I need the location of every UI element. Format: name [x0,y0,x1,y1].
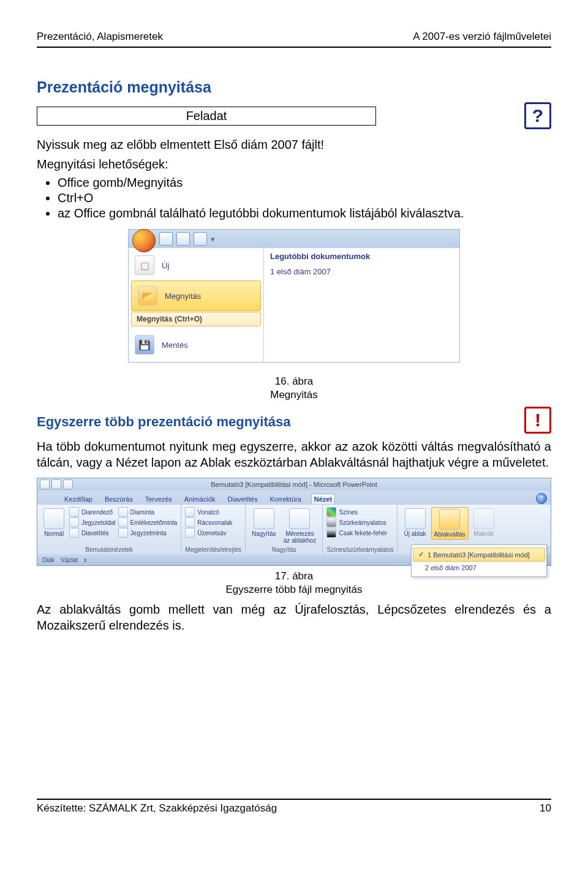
tab-slides[interactable]: Diák [42,557,55,563]
button-label: Jegyzetoldal [81,519,116,526]
button-label: Jegyzetminta [130,530,167,536]
button-label: Szürkeárnyalatos [339,519,386,526]
menu-item-label: Új [162,261,169,270]
check-icon: ✓ [418,551,424,559]
notes-page-button[interactable]: Jegyzetoldal [69,518,116,527]
normal-view-icon [43,508,64,529]
blackwhite-icon [326,528,336,538]
office-menu-right: Legutóbbi dokumentumok 1 első diám 2007 [264,248,459,362]
button-label: Diavetítés [81,530,108,536]
list-item: Ctrl+O [58,191,551,205]
qat-redo-icon[interactable] [63,480,73,489]
color-icon [326,507,336,517]
feladat-box: Feladat [37,107,376,126]
figure-number: 16. ábra [275,375,313,387]
fit-window-button[interactable]: Méretezés az ablakhoz [281,507,318,545]
window-titlebar: Bemutató3 [Kompatibilitási mód] - Micros… [37,478,551,491]
screenshot-ribbon: Bemutató3 [Kompatibilitási mód] - Micros… [37,478,551,566]
list-item: Office gomb/Megnyitás [58,176,551,190]
section3-para: Az ablakváltás gomb mellett van még az Ú… [37,601,551,633]
zoom-button[interactable]: Nagyítás [249,507,278,538]
button-label: Rácsvonalak [197,519,232,526]
color-button[interactable]: Színes [326,507,387,517]
switch-window-button[interactable]: Ablakváltás [431,507,469,540]
checkbox-icon [185,528,195,538]
tab-insert[interactable]: Beszúrás [102,494,135,504]
section2-para: Ha több dokumentumot nyitunk meg egyszer… [37,439,551,470]
quick-access-toolbar: ▾ [129,230,459,248]
slideshow-button[interactable]: Diavetítés [69,528,116,538]
section1-sub: Megnyitási lehetőségek: [37,156,551,172]
screenshot-office-menu: ▾ ▢ Új 📂 Megnyitás Megnyitás (Ctrl+O) 💾 … [128,229,460,363]
page-footer: Készítette: SZÁMALK Zrt, Szakképzési Iga… [37,799,551,815]
slide-sorter-icon [69,507,79,517]
handout-master-button[interactable]: Emlékezetőminta [118,518,178,527]
menu-item-new[interactable]: ▢ Új [129,250,263,280]
ribbon-group-showhide: Vonalzó Rácsvonalak Üzenetsáv Megjelenít… [181,505,246,554]
grayscale-icon [326,518,336,527]
button-label: Új ablak [404,530,426,537]
slideshow-icon [69,528,79,538]
normal-view-button[interactable]: Normál [41,507,67,538]
grayscale-button[interactable]: Szürkeárnyalatos [326,518,387,527]
tab-design[interactable]: Tervezés [143,494,175,504]
ruler-check[interactable]: Vonalzó [185,507,232,517]
section1-title: Prezentáció megnyitása [37,78,551,96]
section1-bullets: Office gomb/Megnyitás Ctrl+O az Office g… [37,176,551,220]
blackwhite-button[interactable]: Csak fekete-fehér [326,528,387,538]
page-header: Prezentáció, Alapismeretek A 2007-es ver… [37,31,551,43]
qat-save-icon[interactable] [159,232,173,246]
messagebar-check[interactable]: Üzenetsáv [185,528,232,538]
button-label: Ablakváltás [434,531,466,538]
button-label: Normál [44,530,64,537]
close-pane[interactable]: x [84,557,87,563]
figure-label: Megnyitás [270,389,317,401]
slide-sorter-button[interactable]: Diarendező [69,507,116,517]
menu-item-open[interactable]: 📂 Megnyitás [131,280,261,311]
gridlines-check[interactable]: Rácsvonalak [185,518,232,527]
slide-master-button[interactable]: Diaminta [118,507,178,517]
qat-save-icon[interactable] [40,480,50,489]
checkbox-icon [185,518,195,527]
tab-slideshow[interactable]: Diavetítés [225,494,260,504]
notes-page-icon [69,518,79,527]
office-menu-left: ▢ Új 📂 Megnyitás Megnyitás (Ctrl+O) 💾 Me… [129,248,264,362]
dropdown-item[interactable]: 2 első diám 2007 [412,562,546,574]
qat-redo-icon[interactable] [194,232,207,246]
question-icon: ? [524,102,551,129]
dropdown-item[interactable]: ✓ 1 Bemutató3 [Kompatibilitási mód] [413,548,545,562]
button-label: Diaminta [130,509,154,516]
new-window-icon [405,508,426,529]
tab-outline[interactable]: Vázlat [61,557,78,563]
tab-view[interactable]: Nézet [311,494,335,504]
macros-button[interactable]: Makrók [471,507,497,538]
menu-item-save[interactable]: 💾 Mentés [129,330,263,360]
notes-master-button[interactable]: Jegyzetminta [118,528,178,538]
figure-label: Egyszerre több fájl megnyitás [226,584,363,595]
feladat-row: Feladat ? [37,102,551,129]
qat-undo-icon[interactable] [51,480,61,489]
qat-undo-icon[interactable] [176,232,190,246]
header-right: A 2007-es verzió fájlműveletei [413,31,551,43]
window-title: Bemutató3 [Kompatibilitási mód] - Micros… [211,481,377,488]
group-label: Megjelenítés/elrejtés [185,546,241,553]
switch-window-dropdown: ✓ 1 Bemutató3 [Kompatibilitási mód] 2 el… [411,544,547,577]
figure-number: 17. ábra [275,570,313,582]
new-window-button[interactable]: Új ablak [401,507,428,538]
zoom-icon [254,508,274,529]
tab-review[interactable]: Korrektúra [267,494,303,504]
exclamation-icon: ! [524,407,551,434]
menu-item-label: Megnyitás [165,292,201,301]
switch-window-icon [439,509,460,530]
dropdown-item-label: 2 első diám 2007 [425,564,477,571]
floppy-save-icon: 💾 [135,335,154,355]
tab-home[interactable]: Kezdőlap [62,494,95,504]
button-label: Nagyítás [252,530,276,537]
ribbon-group-zoom: Nagyítás Méretezés az ablakhoz Nagyítás [246,505,323,554]
group-label: Bemutatónézetek [41,546,177,553]
notes-master-icon [118,528,128,538]
tab-animations[interactable]: Animációk [182,494,218,504]
header-rule [37,47,551,48]
folder-open-icon: 📂 [138,286,157,306]
recent-doc-item[interactable]: 1 első diám 2007 [270,267,453,276]
